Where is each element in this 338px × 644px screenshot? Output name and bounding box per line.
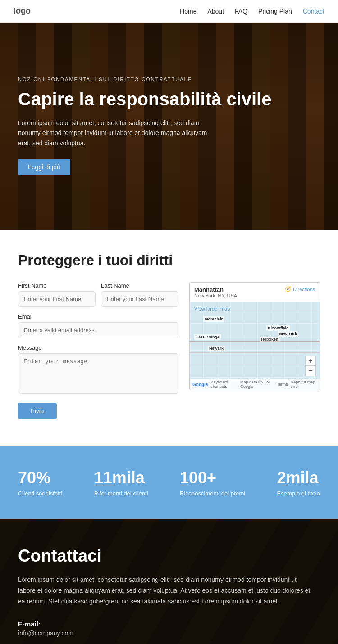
map-directions[interactable]: 🧭 Directions bbox=[285, 286, 315, 292]
map-label-ny: New York bbox=[278, 331, 298, 337]
email-group: Email bbox=[18, 313, 178, 338]
contact-email-label: E-mail: bbox=[18, 620, 320, 628]
stat-number-0: 70% bbox=[18, 468, 62, 487]
map-zoom-controls: + − bbox=[305, 356, 316, 376]
nav-links: Home About FAQ Pricing Plan Contact bbox=[180, 8, 324, 15]
map-label-newark: Newark bbox=[208, 346, 225, 351]
hero-title: Capire la responsabilità civile bbox=[18, 88, 271, 110]
map-road-2 bbox=[190, 352, 320, 353]
stat-number-3: 2mila bbox=[277, 468, 320, 487]
stat-number-2: 100+ bbox=[180, 468, 245, 487]
google-map[interactable]: Manhattan New York, NY, USA 🧭 Directions… bbox=[189, 282, 320, 390]
zoom-in-button[interactable]: + bbox=[306, 356, 315, 366]
directions-label: Directions bbox=[293, 287, 315, 292]
stat-item-3: 2mila Esempio di titolo bbox=[277, 468, 320, 497]
nav-pricing[interactable]: Pricing Plan bbox=[258, 8, 292, 15]
form-map-row: First Name Last Name Email Message Invia bbox=[18, 282, 320, 419]
contact-email-group: E-mail: info@company.com bbox=[18, 620, 320, 637]
map-label-montclair: Montclair bbox=[203, 316, 224, 322]
map-report: Report a map error bbox=[291, 380, 317, 389]
message-group: Message bbox=[18, 344, 178, 394]
email-input[interactable] bbox=[18, 322, 178, 338]
last-name-group: Last Name bbox=[101, 282, 178, 307]
hero-subtitle: NOZIONI FONDAMENTALI SUL DIRITTO CONTRAT… bbox=[18, 77, 271, 82]
nav-home[interactable]: Home bbox=[180, 8, 196, 15]
last-name-input[interactable] bbox=[101, 291, 178, 307]
contact-title: Contattaci bbox=[18, 546, 320, 566]
map-label-orange: East Orange bbox=[194, 334, 221, 340]
stat-label-0: Clienti soddisfatti bbox=[18, 490, 62, 497]
contact-section: Contattaci Lorem ipsum dolor sit amet, c… bbox=[0, 519, 338, 644]
logo: logo bbox=[14, 6, 31, 16]
map-keyboard: Keyboard shortcuts bbox=[210, 380, 237, 389]
map-terms: Terms bbox=[277, 382, 288, 387]
google-logo: Google bbox=[192, 382, 208, 387]
map-address: New York, NY, USA bbox=[194, 293, 315, 298]
stat-number-1: 11mila bbox=[94, 468, 148, 487]
contact-description: Lorem ipsum dolor sit amet, consetetur s… bbox=[18, 575, 315, 607]
hero-content: NOZIONI FONDAMENTALI SUL DIRITTO CONTRAT… bbox=[18, 77, 271, 175]
first-name-group: First Name bbox=[18, 282, 96, 307]
map-data: Map data ©2024 Google bbox=[240, 380, 274, 389]
last-name-label: Last Name bbox=[101, 282, 178, 289]
name-row: First Name Last Name bbox=[18, 282, 178, 307]
hero-section: NOZIONI FONDAMENTALI SUL DIRITTO CONTRAT… bbox=[0, 23, 338, 230]
message-input[interactable] bbox=[18, 353, 178, 394]
navbar: logo Home About FAQ Pricing Plan Contact bbox=[0, 0, 338, 23]
protect-section: Proteggere i tuoi diritti First Name Las… bbox=[0, 230, 338, 446]
first-name-input[interactable] bbox=[18, 291, 96, 307]
nav-contact[interactable]: Contact bbox=[303, 8, 324, 15]
map-container: Manhattan New York, NY, USA 🧭 Directions… bbox=[189, 282, 320, 390]
zoom-out-button[interactable]: − bbox=[306, 366, 315, 376]
stat-item-1: 11mila Riferimenti dei clienti bbox=[94, 468, 148, 497]
map-inner: Manhattan New York, NY, USA 🧭 Directions… bbox=[190, 283, 320, 390]
first-name-label: First Name bbox=[18, 282, 96, 289]
stats-section: 70% Clienti soddisfatti 11mila Riferimen… bbox=[0, 446, 338, 519]
stat-item-2: 100+ Riconoscimenti dei premi bbox=[180, 468, 245, 497]
stat-label-2: Riconoscimenti dei premi bbox=[180, 490, 245, 497]
contact-email-value: info@company.com bbox=[18, 630, 320, 637]
directions-icon: 🧭 bbox=[285, 286, 291, 292]
contact-form: First Name Last Name Email Message Invia bbox=[18, 282, 178, 419]
protect-title: Proteggere i tuoi diritti bbox=[18, 252, 320, 269]
stat-item-0: 70% Clienti soddisfatti bbox=[18, 468, 62, 497]
hero-cta-button[interactable]: Leggi di più bbox=[18, 159, 70, 175]
map-road-1 bbox=[190, 341, 320, 342]
nav-about[interactable]: About bbox=[207, 8, 224, 15]
map-header: Manhattan New York, NY, USA 🧭 Directions bbox=[190, 283, 320, 302]
map-view-larger[interactable]: View larger map bbox=[194, 306, 230, 311]
submit-button[interactable]: Invia bbox=[18, 403, 57, 419]
message-label: Message bbox=[18, 344, 178, 351]
map-label-bloomfield: Bloomfield bbox=[266, 325, 290, 331]
stat-label-1: Riferimenti dei clienti bbox=[94, 490, 148, 497]
nav-faq[interactable]: FAQ bbox=[235, 8, 247, 15]
map-footer: Google Keyboard shortcuts Map data ©2024… bbox=[190, 379, 320, 390]
email-label: Email bbox=[18, 313, 178, 320]
hero-description: Lorem ipsum dolor sit amet, consetetur s… bbox=[18, 118, 207, 148]
contact-content: Contattaci Lorem ipsum dolor sit amet, c… bbox=[18, 546, 320, 644]
stat-label-3: Esempio di titolo bbox=[277, 490, 320, 497]
